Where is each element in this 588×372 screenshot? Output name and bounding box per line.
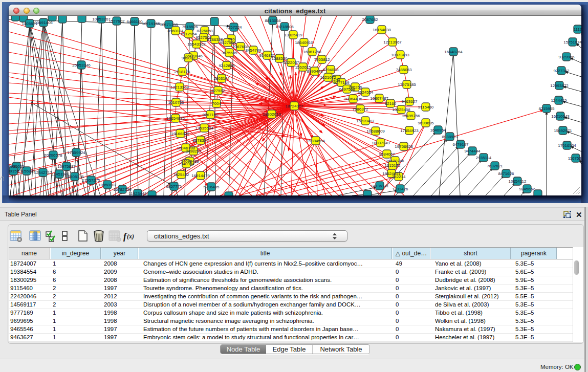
svg-text:9227342: 9227342 <box>553 69 570 73</box>
svg-text:9474444: 9474444 <box>464 149 481 154</box>
svg-text:16154838: 16154838 <box>373 28 391 32</box>
svg-text:13325419: 13325419 <box>284 33 302 37</box>
svg-text:9245652: 9245652 <box>519 187 535 191</box>
svg-text:16914479: 16914479 <box>191 173 210 178</box>
svg-text:1733426: 1733426 <box>392 187 408 191</box>
svg-text:5716485: 5716485 <box>203 185 220 189</box>
svg-text:7485063: 7485063 <box>396 68 412 72</box>
svg-text:20691406: 20691406 <box>34 20 53 25</box>
svg-text:9463627: 9463627 <box>401 99 418 104</box>
svg-text:18807249: 18807249 <box>372 141 390 145</box>
svg-text:10807487: 10807487 <box>370 96 388 101</box>
svg-text:19166829: 19166829 <box>171 132 189 136</box>
svg-text:8990448: 8990448 <box>307 69 323 74</box>
svg-text:7515526: 7515526 <box>182 25 198 29</box>
svg-text:1940994: 1940994 <box>178 162 194 166</box>
svg-text:16543362: 16543362 <box>187 42 206 47</box>
svg-text:9857771: 9857771 <box>166 184 182 189</box>
svg-text:3675685: 3675685 <box>221 51 237 55</box>
svg-text:17654923: 17654923 <box>400 128 419 133</box>
svg-text:19654985: 19654985 <box>166 116 185 121</box>
svg-text:1010755: 1010755 <box>168 100 184 105</box>
svg-text:2718176: 2718176 <box>174 70 190 74</box>
svg-text:8938923: 8938923 <box>442 135 458 139</box>
svg-text:8454749: 8454749 <box>245 48 262 53</box>
svg-text:16120746: 16120746 <box>386 159 404 163</box>
svg-text:17957275: 17957275 <box>82 178 100 183</box>
svg-text:1640954: 1640954 <box>430 128 446 133</box>
svg-text:16648764: 16648764 <box>444 50 463 54</box>
svg-text:10973493: 10973493 <box>391 53 409 57</box>
svg-text:20053346: 20053346 <box>72 63 91 68</box>
svg-text:8878334: 8878334 <box>192 138 209 143</box>
svg-text:9329966: 9329966 <box>558 55 575 59</box>
svg-text:1615132: 1615132 <box>384 163 401 168</box>
svg-text:3498222: 3498222 <box>185 149 202 154</box>
svg-text:8471626: 8471626 <box>498 171 514 176</box>
svg-text:17975185: 17975185 <box>398 82 416 87</box>
svg-text:17016504: 17016504 <box>558 143 576 148</box>
svg-text:8813054: 8813054 <box>265 18 281 23</box>
svg-text:6794028: 6794028 <box>322 68 339 72</box>
svg-text:11923448: 11923448 <box>129 191 147 195</box>
svg-text:(x): (x) <box>127 233 134 240</box>
svg-text:5322037: 5322037 <box>283 60 299 65</box>
svg-text:10975887: 10975887 <box>57 164 76 169</box>
svg-text:989012: 989012 <box>182 56 195 60</box>
svg-text:6479197: 6479197 <box>452 142 469 147</box>
svg-text:12505135: 12505135 <box>66 174 84 179</box>
svg-text:12093872: 12093872 <box>550 83 569 88</box>
svg-text:19756928: 19756928 <box>395 144 413 149</box>
svg-text:8215955: 8215955 <box>538 106 555 111</box>
svg-text:10688609: 10688609 <box>366 129 385 134</box>
svg-text:18302013: 18302013 <box>263 112 281 117</box>
svg-text:7004: 7004 <box>212 101 221 106</box>
svg-text:13535594: 13535594 <box>195 126 213 130</box>
svg-text:10025458: 10025458 <box>392 107 410 112</box>
svg-text:8267150: 8267150 <box>202 113 219 117</box>
svg-text:16961758: 16961758 <box>303 50 321 54</box>
svg-text:16210643: 16210643 <box>551 114 570 119</box>
svg-text:7632621: 7632621 <box>487 164 503 168</box>
svg-text:1117: 1117 <box>574 27 581 32</box>
svg-text:7955812: 7955812 <box>314 57 330 62</box>
svg-text:15495756: 15495756 <box>402 114 420 118</box>
svg-text:62160: 62160 <box>385 101 397 106</box>
svg-text:18640910: 18640910 <box>295 40 313 45</box>
svg-text:9084067: 9084067 <box>379 152 395 157</box>
svg-text:427552: 427552 <box>211 89 225 93</box>
svg-text:10719155: 10719155 <box>142 21 160 26</box>
svg-text:5912954: 5912954 <box>181 32 197 36</box>
svg-text:1167531: 1167531 <box>568 156 581 161</box>
svg-text:10671355: 10671355 <box>160 23 178 27</box>
svg-text:12342717: 12342717 <box>34 170 52 175</box>
svg-text:14136141: 14136141 <box>371 184 389 188</box>
svg-text:9699695: 9699695 <box>418 121 434 125</box>
svg-text:8226058: 8226058 <box>197 29 213 33</box>
svg-text:2803144: 2803144 <box>213 76 230 81</box>
svg-text:746266: 746266 <box>349 85 362 90</box>
svg-text:12213369: 12213369 <box>170 85 189 90</box>
svg-text:252214: 252214 <box>392 174 406 179</box>
svg-text:12213967: 12213967 <box>383 40 402 45</box>
svg-text:19218506: 19218506 <box>275 25 294 29</box>
svg-text:3624554: 3624554 <box>357 90 374 95</box>
svg-text:11156829: 11156829 <box>18 169 36 173</box>
svg-text:10853267: 10853267 <box>92 17 111 21</box>
svg-text:10958107: 10958107 <box>98 183 117 187</box>
svg-text:7357224: 7357224 <box>226 25 242 30</box>
svg-text:9777169: 9777169 <box>333 80 350 85</box>
svg-text:6466160: 6466160 <box>126 19 143 24</box>
svg-text:10654112: 10654112 <box>509 179 527 184</box>
svg-text:19384554: 19384554 <box>307 139 325 143</box>
svg-text:1527602: 1527602 <box>108 19 125 24</box>
svg-text:1145194: 1145194 <box>52 172 68 177</box>
svg-text:2087682: 2087682 <box>362 17 378 22</box>
svg-text:15751074: 15751074 <box>563 40 581 45</box>
svg-text:9935051: 9935051 <box>9 164 25 169</box>
svg-text:7625402: 7625402 <box>173 172 189 177</box>
svg-text:1244415: 1244415 <box>551 98 567 103</box>
svg-text:17359924: 17359924 <box>67 150 85 155</box>
svg-text:18724007: 18724007 <box>285 104 303 108</box>
svg-text:9115460: 9115460 <box>418 105 434 110</box>
